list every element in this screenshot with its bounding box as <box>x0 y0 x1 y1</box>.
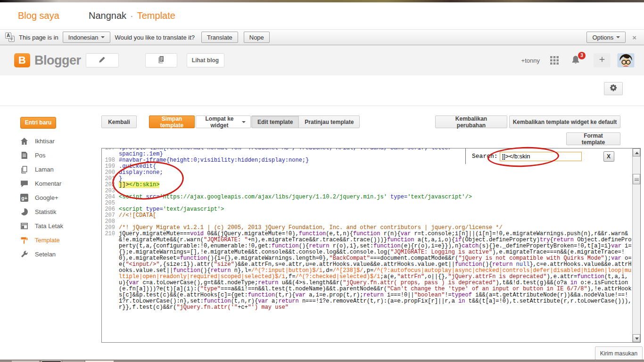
blog-title-bar <box>0 75 644 106</box>
sidebar-item-statistik[interactable]: Statistik <box>20 205 91 219</box>
code-text[interactable]: .quickedit{ <box>119 164 632 170</box>
sidebar-item-label: Pos <box>35 152 45 159</box>
chevron-down-icon <box>242 121 246 123</box>
sidebar-item-setelan[interactable]: Setelan <box>20 247 91 261</box>
stats-icon <box>20 208 28 216</box>
sidebar-item-komentar[interactable]: Komentar <box>20 176 91 190</box>
code-line: 210jQuery.migrateMute===void 0&&(jQuery.… <box>102 231 632 311</box>
search-close-button[interactable]: X <box>603 151 614 162</box>
notifications-bell[interactable]: 3 <box>571 55 581 66</box>
sidebar-item-label: Komentar <box>35 180 61 187</box>
code-line: 206<script type='text/javascript'> <box>102 206 632 213</box>
code-line: 207//<![CDATA[ <box>102 213 632 219</box>
send-feedback-button[interactable]: Kirim masukan <box>595 346 643 360</box>
scrollbar-thumb[interactable] <box>633 174 640 184</box>
template-code-editor[interactable]: 197.profile-link{font:normal normal 78% … <box>101 148 641 343</box>
pages-icon <box>20 165 28 173</box>
nope-button[interactable]: Nope <box>244 32 270 43</box>
tab-preview-template[interactable]: Pratinjau template <box>298 116 359 128</box>
template-toolbar: Kembali Simpan template Lompat ke widget… <box>101 115 360 128</box>
gplus-icon: g+ <box>20 194 28 202</box>
scroll-down-arrow[interactable] <box>633 334 640 342</box>
sidebar-item-laman[interactable]: Laman <box>20 162 91 176</box>
code-line: 202]]></b:skin> <box>102 182 632 188</box>
translate-button[interactable]: Translate <box>201 32 238 43</box>
sidebar-nav: IkhtisarPosLamanKomentarg+Google+Statist… <box>20 134 91 261</box>
sidebar-item-label: Tata Letak <box>35 222 63 230</box>
gear-icon <box>610 84 617 93</box>
notification-badge: 3 <box>578 52 586 59</box>
translate-infobar: A This page is in Indonesian Would you l… <box>0 29 644 45</box>
format-template-button[interactable]: Format template <box>566 132 620 145</box>
revert-changes-button[interactable]: Kembalikan perubahan <box>435 115 507 128</box>
svg-text:g+: g+ <box>21 195 27 200</box>
google-plus-share-button[interactable] <box>594 53 611 67</box>
sidebar-item-googleplus[interactable]: g+Google+ <box>20 190 91 205</box>
sidebar-item-label: Ikhtisar <box>35 138 55 145</box>
back-button[interactable]: Kembali <box>101 115 137 128</box>
code-text[interactable]: ]]></b:skin> <box>119 182 632 188</box>
code-text[interactable]: //<![CDATA[ <box>119 213 632 219</box>
sidebar-item-template[interactable]: Template <box>20 233 91 247</box>
apps-grid-icon[interactable] <box>550 56 559 65</box>
code-line: 200display:none; <box>102 170 632 176</box>
new-entry-button[interactable]: Entri baru <box>20 117 56 129</box>
blogger-logo[interactable]: B <box>14 53 30 67</box>
code-text[interactable]: <script type='text/javascript'> <box>119 206 632 213</box>
save-template-button[interactable]: Simpan template <box>149 115 195 128</box>
search-dialog: Search: X <box>465 148 632 164</box>
taskbar-edge <box>0 360 644 362</box>
home-icon <box>20 137 28 145</box>
code-line: 204<script src='https://ajax.googleapis.… <box>102 194 632 200</box>
code-line: 199.quickedit{ <box>102 164 632 170</box>
my-blogs-link[interactable]: Blog saya <box>18 10 59 21</box>
settings-gear-button[interactable] <box>604 82 623 95</box>
code-text[interactable]: } <box>119 176 632 182</box>
new-post-icon-button[interactable] <box>86 53 119 67</box>
editor-mode-tabs: Edit template Pratinjau template <box>251 115 360 128</box>
code-area[interactable]: 197.profile-link{font:normal normal 78% … <box>102 148 632 311</box>
sidebar-item-label: Setelan <box>35 251 56 258</box>
tab-edit-template[interactable]: Edit template <box>252 116 298 128</box>
sidebar-item-pos[interactable]: Pos <box>20 148 91 162</box>
close-icon[interactable]: × <box>632 33 636 41</box>
editor-scrollbar[interactable] <box>632 148 640 342</box>
plus-icon <box>599 56 605 65</box>
account-name[interactable]: +tonny <box>521 57 540 64</box>
code-text[interactable]: display:none; <box>119 170 632 176</box>
search-label: Search: <box>472 153 498 159</box>
translate-question: Would you like to translate it? <box>115 34 195 41</box>
sidebar-item-label: Laman <box>35 166 54 173</box>
sidebar-item-tata-letak[interactable]: Tata Letak <box>20 219 91 233</box>
search-input[interactable] <box>500 152 582 161</box>
roller-icon <box>20 236 28 244</box>
code-text[interactable]: <script src='https://ajax.googleapis.com… <box>119 194 632 200</box>
blogger-template-editor-screen: A This page is in Indonesian Would you l… <box>0 0 644 362</box>
comment-icon <box>20 180 28 188</box>
language-dropdown[interactable]: Indonesian <box>63 32 111 43</box>
sidebar-item-label: Template <box>35 237 60 244</box>
options-dropdown[interactable]: Options <box>586 32 626 43</box>
app-header: B Blogger Lihat blog +tonny 3 <box>0 45 644 75</box>
translate-message: This page is in <box>19 34 58 41</box>
revert-widget-templates-button[interactable]: Kembalikan template widget ke default <box>509 115 620 128</box>
line-number: 210 <box>102 231 119 311</box>
jump-to-widget-dropdown[interactable]: Lompat ke widget <box>196 115 251 128</box>
chevron-down-icon <box>616 36 620 38</box>
blog-name: Nangnak <box>89 10 126 21</box>
wrench-icon <box>20 250 28 258</box>
pages-icon-button[interactable] <box>145 53 177 67</box>
layout-icon <box>20 222 28 230</box>
bell-icon <box>571 58 580 66</box>
chevron-down-icon <box>101 36 105 38</box>
sidebar-item-label: Statistik <box>35 208 57 215</box>
svg-text:A: A <box>7 33 10 38</box>
sidebar-item-ikhtisar[interactable]: Ikhtisar <box>20 134 91 148</box>
scroll-up-arrow[interactable] <box>633 148 640 156</box>
brand-name: Blogger <box>34 53 81 68</box>
translate-icon: A <box>5 32 15 42</box>
post-icon <box>20 151 28 159</box>
avatar[interactable] <box>617 53 635 67</box>
view-blog-button[interactable]: Lihat blog <box>187 53 224 67</box>
code-text[interactable]: jQuery.migrateMute===void 0&&(jQuery.mig… <box>119 231 632 311</box>
